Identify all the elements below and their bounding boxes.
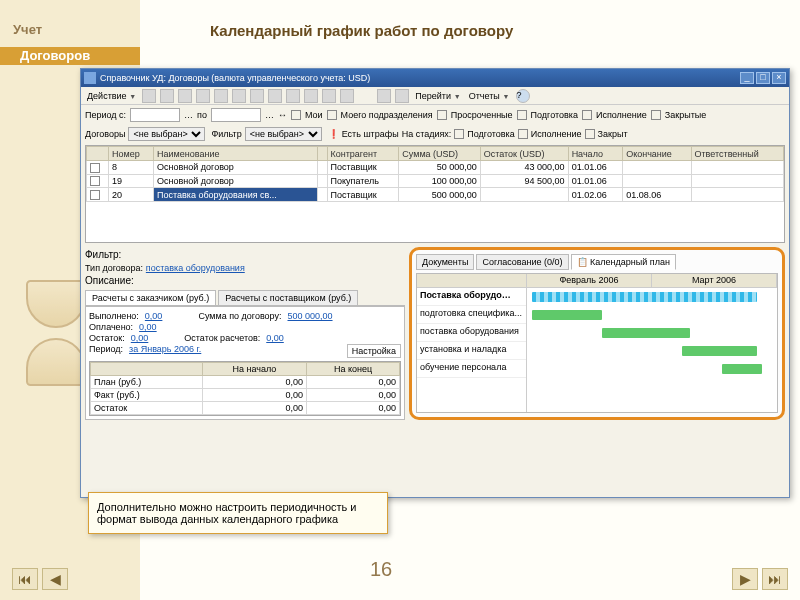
filter-select[interactable]: <не выбран> xyxy=(245,127,322,141)
checkbox-overdue[interactable] xyxy=(437,110,447,120)
slide-category-2: Договоров xyxy=(20,48,90,63)
period-link[interactable]: за Январь 2006 г. xyxy=(129,344,201,358)
tool-icon[interactable] xyxy=(142,89,156,103)
titlebar[interactable]: Справочник УД: Договоры (валюта управлен… xyxy=(81,69,789,87)
checkbox-prep[interactable] xyxy=(517,110,527,120)
tool-icon[interactable] xyxy=(214,89,228,103)
toolbar: Действие ▼ Перейти ▼ Отчеты ▼ ? xyxy=(81,87,789,105)
slide-category: Учет xyxy=(13,22,42,37)
setup-button[interactable]: Настройка xyxy=(347,344,401,358)
nav-prev[interactable]: ◀ xyxy=(42,568,68,590)
gantt-chart[interactable]: Поставка оборудо…подготовка специфика...… xyxy=(416,273,778,413)
contracts-select[interactable]: <не выбран> xyxy=(128,127,205,141)
slide-title: Календарный график работ по договору xyxy=(210,22,513,39)
window-title: Справочник УД: Договоры (валюта управлен… xyxy=(100,73,370,83)
filter-bar-2: Договоры <не выбран> Фильтр <не выбран> … xyxy=(81,125,789,143)
checkbox-closed[interactable] xyxy=(651,110,661,120)
checkbox-mydept[interactable] xyxy=(327,110,337,120)
tool-icon[interactable] xyxy=(160,89,174,103)
tool-icon[interactable] xyxy=(250,89,264,103)
tool-icon[interactable] xyxy=(395,89,409,103)
nav-next[interactable]: ▶ xyxy=(732,568,758,590)
tool-icon[interactable] xyxy=(178,89,192,103)
tab-documents[interactable]: Документы xyxy=(416,254,474,270)
filter-label: Фильтр: xyxy=(85,249,405,260)
stage-closed-cb[interactable] xyxy=(585,129,595,139)
checkbox-mine[interactable] xyxy=(291,110,301,120)
menu-go[interactable]: Перейти ▼ xyxy=(413,89,462,102)
tab-customer[interactable]: Расчеты с заказчиком (руб.) xyxy=(85,290,216,305)
tool-icon[interactable] xyxy=(268,89,282,103)
stage-exec-cb[interactable] xyxy=(518,129,528,139)
tab-calendar[interactable]: 📋 Календарный план xyxy=(571,254,676,270)
close-button[interactable]: × xyxy=(772,72,786,84)
menu-reports[interactable]: Отчеты ▼ xyxy=(467,89,512,102)
callout-note: Дополнительно можно настроить периодично… xyxy=(88,492,388,534)
period-from-input[interactable] xyxy=(130,108,180,122)
help-icon[interactable]: ? xyxy=(516,89,530,103)
page-number: 16 xyxy=(370,558,392,581)
tool-icon[interactable] xyxy=(322,89,336,103)
calendar-plan-panel: Документы Согласование (0/0) 📋 Календарн… xyxy=(409,247,785,420)
nav-first[interactable]: ⏮ xyxy=(12,568,38,590)
minimize-button[interactable]: _ xyxy=(740,72,754,84)
app-window: Справочник УД: Договоры (валюта управлен… xyxy=(80,68,790,498)
contracts-grid[interactable]: НомерНаименованиеКонтрагентСумма (USD)Ос… xyxy=(85,145,785,243)
contract-type-link[interactable]: поставка оборудования xyxy=(146,263,245,273)
tool-icon[interactable] xyxy=(286,89,300,103)
app-icon xyxy=(84,72,96,84)
menu-action[interactable]: Действие ▼ xyxy=(85,89,138,102)
stage-prep-cb[interactable] xyxy=(454,129,464,139)
tool-icon[interactable] xyxy=(340,89,354,103)
tool-icon[interactable] xyxy=(304,89,318,103)
table-row[interactable]: 20Поставка оборудования св...Поставщик50… xyxy=(87,188,784,202)
tool-icon[interactable] xyxy=(377,89,391,103)
maximize-button[interactable]: □ xyxy=(756,72,770,84)
checkbox-exec[interactable] xyxy=(582,110,592,120)
detail-left-panel: Фильтр: Тип договора: поставка оборудова… xyxy=(85,247,405,420)
nav-last[interactable]: ⏭ xyxy=(762,568,788,590)
period-from-label: Период с: xyxy=(85,110,126,120)
tab-supplier[interactable]: Расчеты с поставщиком (руб.) xyxy=(218,290,358,305)
tool-icon[interactable] xyxy=(232,89,246,103)
table-row[interactable]: 8Основной договорПоставщик50 000,0043 00… xyxy=(87,161,784,175)
plan-fact-grid: На началоНа конецПлан (руб.)0,000,00Факт… xyxy=(89,361,401,416)
tool-icon[interactable] xyxy=(196,89,210,103)
period-filter-bar: Период с: … по …↔ Мои Моего подразделени… xyxy=(81,105,789,125)
table-row[interactable]: 19Основной договорПокупатель100 000,0094… xyxy=(87,174,784,188)
period-to-label: по xyxy=(197,110,207,120)
tab-agreement[interactable]: Согласование (0/0) xyxy=(476,254,568,270)
period-to-input[interactable] xyxy=(211,108,261,122)
